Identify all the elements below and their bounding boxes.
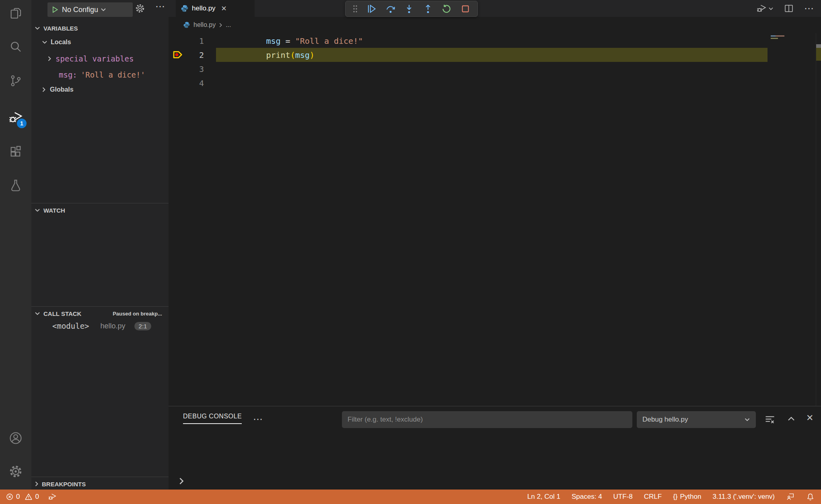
warning-count: 0 (35, 493, 39, 501)
launch-config-dropdown[interactable]: No Configu (47, 2, 133, 17)
pause-reason-label: Paused on breakp... (113, 311, 162, 317)
step-into-icon[interactable] (401, 2, 418, 16)
debug-status-icon[interactable] (48, 492, 57, 501)
variable-msg-row[interactable]: msg: 'Roll a dice!' (59, 70, 145, 79)
step-over-icon[interactable] (382, 2, 399, 16)
close-panel-icon[interactable]: ✕ (806, 413, 813, 423)
console-filter-input[interactable] (342, 411, 632, 428)
debug-session-dropdown[interactable]: Debug hello.py (637, 411, 756, 428)
code-editor[interactable]: 1 msg = "Roll a dice!" 2 print(msg) (169, 33, 821, 406)
chevron-down-icon (101, 8, 106, 12)
chevron-down-icon (42, 40, 47, 44)
cursor-position[interactable]: Ln 2, Col 1 (527, 493, 560, 501)
watch-section-header[interactable]: WATCH (31, 203, 169, 217)
stop-icon[interactable] (457, 2, 474, 16)
run-debug-button[interactable]: 1 (0, 104, 31, 131)
globals-label: Globals (50, 86, 74, 93)
globals-scope-row[interactable]: Globals (42, 86, 74, 93)
restart-icon[interactable] (438, 2, 455, 16)
debug-toolbar (345, 1, 478, 17)
braces-icon: {} (673, 493, 677, 501)
line-number[interactable]: 3 (187, 64, 204, 74)
chevron-down-icon (35, 311, 40, 316)
explorer-icon[interactable] (0, 0, 31, 27)
encoding-setting[interactable]: UTF-8 (613, 493, 633, 501)
locals-scope-row[interactable]: Locals (42, 39, 71, 46)
code-line-3: 3 (169, 62, 821, 76)
python-file-icon (183, 21, 190, 29)
indentation-setting[interactable]: Spaces: 4 (572, 493, 602, 501)
chevron-right-icon (35, 481, 39, 487)
launch-config-label: No Configu (62, 6, 98, 14)
stack-frame-row[interactable]: <module> hello.py 2:1 (52, 322, 151, 330)
accounts-button[interactable] (0, 425, 31, 451)
frame-file: hello.py (101, 322, 126, 330)
error-icon (6, 493, 14, 501)
frame-name: <module> (52, 322, 89, 330)
line-number[interactable]: 4 (187, 78, 204, 88)
more-actions-icon[interactable]: ⋯ (804, 3, 814, 14)
search-sidebar-button[interactable] (0, 33, 31, 60)
settings-button[interactable] (0, 458, 31, 485)
maximize-panel-icon[interactable] (787, 416, 796, 422)
language-mode[interactable]: {} Python (673, 493, 701, 501)
source-control-button[interactable] (0, 68, 31, 94)
breadcrumb-file[interactable]: hello.py (193, 21, 216, 29)
special-variables-row[interactable]: special variables (47, 54, 134, 63)
search-icon (9, 40, 23, 53)
line-number[interactable]: 1 (187, 36, 204, 46)
close-tab-icon[interactable]: ✕ (221, 4, 227, 13)
notifications-bell-icon[interactable] (806, 493, 815, 501)
breakpoints-title: BREAKPOINTS (42, 481, 86, 488)
variable-value: 'Roll a dice!' (81, 70, 145, 79)
breakpoints-section-header[interactable]: BREAKPOINTS (31, 477, 169, 491)
run-python-file-dropdown[interactable] (756, 3, 774, 14)
step-out-icon[interactable] (420, 2, 436, 16)
watch-title: WATCH (43, 207, 65, 214)
overview-ruler (816, 33, 821, 406)
clear-console-icon[interactable] (764, 414, 776, 426)
eol-setting[interactable]: CRLF (644, 493, 662, 501)
split-editor-icon[interactable] (784, 4, 794, 13)
files-icon (9, 6, 23, 20)
chevron-right-icon (42, 87, 46, 92)
variable-name: msg: (59, 70, 77, 79)
console-input-prompt-icon[interactable] (178, 477, 185, 485)
special-variables-label: special variables (56, 54, 134, 63)
breakpoint-current-icon[interactable] (172, 49, 184, 61)
feedback-icon[interactable] (786, 492, 795, 501)
debug-sidebar: No Configu ⋯ VARIABLES (31, 0, 169, 490)
editor-actions: ⋯ (756, 0, 814, 17)
python-interpreter[interactable]: 3.11.3 ('.venv': venv) (712, 493, 775, 501)
activity-bar: 1 (0, 0, 31, 490)
chevron-down-icon (35, 26, 40, 30)
gear-icon (8, 464, 23, 479)
call-stack-section-header[interactable]: CALL STACK Paused on breakp... (31, 307, 169, 320)
debug-controls-header: No Configu ⋯ (31, 0, 169, 19)
line-number[interactable]: 2 (187, 50, 204, 60)
problems-indicator[interactable]: 0 0 (6, 493, 39, 501)
tab-debug-console[interactable]: DEBUG CONSOLE (183, 413, 242, 424)
debug-settings-gear-icon[interactable] (135, 3, 145, 14)
testing-button[interactable] (0, 172, 31, 199)
extensions-button[interactable] (0, 138, 31, 165)
tab-hello-py[interactable]: hello.py ✕ (176, 0, 255, 17)
chevron-down-icon (744, 418, 750, 422)
variables-section-header[interactable]: VARIABLES (31, 21, 169, 35)
more-actions-icon[interactable]: ⋯ (253, 414, 263, 425)
more-actions-icon[interactable]: ⋯ (155, 1, 165, 12)
toolbar-drag-grip[interactable] (350, 2, 361, 16)
python-file-icon (181, 4, 189, 12)
frame-position-badge: 2:1 (134, 322, 152, 330)
bottom-panel: DEBUG CONSOLE ⋯ Debug hello.py ✕ (169, 406, 821, 490)
source-control-icon (9, 74, 23, 88)
call-stack-title: CALL STACK (43, 310, 81, 317)
debug-session-label: Debug hello.py (642, 416, 688, 424)
continue-icon[interactable] (364, 2, 380, 16)
warning-icon (25, 493, 33, 501)
account-icon (8, 431, 23, 445)
status-bar: 0 0 Ln 2, Col 1 Spaces: 4 UTF-8 C (0, 490, 821, 504)
tab-bar: hello.py ✕ ⋯ (169, 0, 821, 17)
vscode-window: 1 (0, 0, 821, 504)
minimap[interactable] (768, 33, 816, 154)
